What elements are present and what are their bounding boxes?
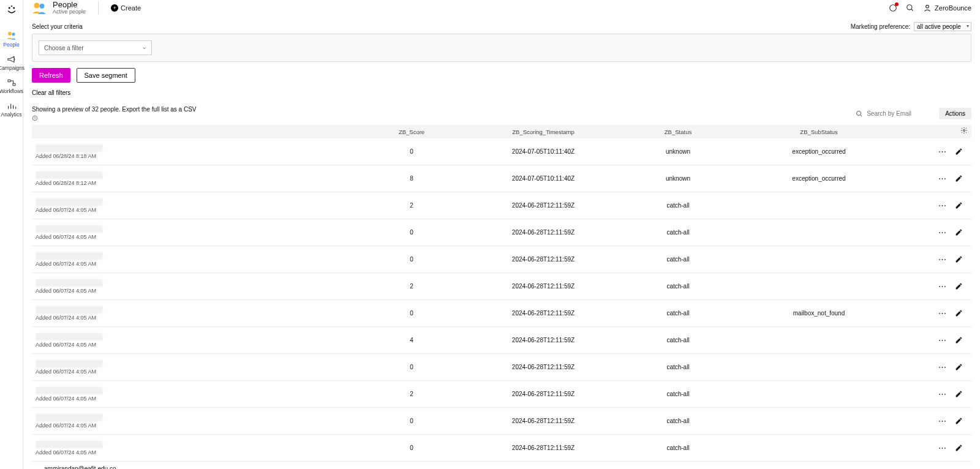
refresh-button[interactable]: Refresh	[32, 68, 70, 83]
table-row[interactable]: Added 06/07/24 4:05 AM 0 2024-06-28T12:1…	[32, 408, 971, 435]
cell-score: 0	[350, 310, 473, 317]
sidebar-item-analytics[interactable]: Analytics	[0, 98, 23, 121]
people-table: ZB_Score ZB_Scoring_Timestamp ZB_Status …	[32, 125, 971, 469]
table-row[interactable]: Added 06/07/24 4:05 AM 2 2024-06-28T12:1…	[32, 273, 971, 300]
added-timestamp: Added 06/28/24 8:12 AM	[36, 180, 350, 186]
cell-status: catch-all	[614, 418, 742, 424]
cell-timestamp: 2024-06-28T12:11:59Z	[473, 229, 614, 236]
edit-icon[interactable]	[955, 148, 963, 156]
edit-icon[interactable]	[955, 282, 963, 290]
notifications-icon[interactable]	[889, 4, 897, 12]
col-substatus[interactable]: ZB_SubStatus	[742, 129, 895, 135]
table-row[interactable]: Added 06/07/24 4:05 AM 0 2024-06-28T12:1…	[32, 300, 971, 327]
cell-timestamp: 2024-07-05T10:11:40Z	[473, 148, 614, 155]
more-icon[interactable]: ⋯	[938, 201, 946, 210]
clear-filters-link[interactable]: Clear all filters	[32, 89, 70, 96]
marketing-pref-select[interactable]: all active people	[914, 22, 971, 31]
account-menu[interactable]: ZeroBounce	[923, 4, 971, 12]
table-row[interactable]: Added 06/07/24 4:05 AM 2 2024-06-28T12:1…	[32, 381, 971, 408]
table-row[interactable]: Added 06/28/24 8:12 AM 8 2024-07-05T10:1…	[32, 165, 971, 192]
cell-status: catch-all	[614, 310, 742, 317]
col-timestamp[interactable]: ZB_Scoring_Timestamp	[473, 129, 614, 135]
more-icon[interactable]: ⋯	[938, 443, 946, 452]
svg-point-1	[13, 7, 15, 9]
table-row[interactable]: Added 06/07/24 4:05 AM 0 2024-06-28T12:1…	[32, 219, 971, 246]
edit-icon[interactable]	[955, 201, 963, 209]
edit-icon[interactable]	[955, 363, 963, 371]
preview-text: Showing a preview of 32 people. Export t…	[32, 106, 197, 113]
table-row[interactable]: Added 06/28/24 8:18 AM 0 2024-07-05T10:1…	[32, 138, 971, 165]
cell-timestamp: 2024-06-28T12:11:59Z	[473, 256, 614, 263]
search-icon[interactable]	[906, 4, 914, 12]
col-score[interactable]: ZB_Score	[350, 129, 473, 135]
user-icon	[923, 4, 932, 12]
added-timestamp: Added 06/07/24 4:05 AM	[36, 207, 350, 213]
added-timestamp: Added 06/07/24 4:05 AM	[36, 342, 350, 348]
table-settings-icon[interactable]	[960, 127, 968, 134]
save-segment-button[interactable]: Save segment	[77, 68, 135, 83]
filter-select[interactable]: Choose a filter	[39, 40, 152, 55]
export-csv-link[interactable]: as a CSV	[170, 106, 196, 113]
person-email-redacted	[36, 414, 103, 421]
sidebar-item-workflows[interactable]: Workflows	[0, 75, 23, 98]
added-timestamp: Added 06/07/24 4:05 AM	[36, 369, 350, 375]
added-timestamp: Added 06/07/24 4:05 AM	[36, 422, 350, 429]
create-button[interactable]: + Create	[111, 4, 141, 12]
clock-icon[interactable]	[32, 115, 197, 121]
cell-timestamp: 2024-06-28T12:11:59Z	[473, 445, 614, 451]
edit-icon[interactable]	[955, 417, 963, 425]
marketing-pref-label: Marketing preference:	[851, 23, 910, 30]
more-icon[interactable]: ⋯	[938, 416, 946, 426]
cell-timestamp: 2024-06-28T12:11:59Z	[473, 391, 614, 397]
more-icon[interactable]: ⋯	[938, 174, 946, 183]
person-email-redacted	[36, 360, 103, 367]
table-row[interactable]: Added 06/07/24 4:05 AM 0 2024-06-28T12:1…	[32, 354, 971, 381]
added-timestamp: Added 06/07/24 4:05 AM	[36, 315, 350, 321]
edit-icon[interactable]	[955, 174, 963, 182]
more-icon[interactable]: ⋯	[938, 228, 946, 237]
added-timestamp: Added 06/07/24 4:05 AM	[36, 288, 350, 294]
more-icon[interactable]: ⋯	[938, 282, 946, 291]
criteria-label: Select your criteria	[32, 23, 83, 30]
more-icon[interactable]: ⋯	[938, 255, 946, 264]
table-row[interactable]: Added 06/07/24 4:05 AM 4 2024-06-28T12:1…	[32, 327, 971, 354]
actions-button[interactable]: Actions	[939, 108, 971, 119]
edit-icon[interactable]	[955, 336, 963, 344]
more-icon[interactable]: ⋯	[938, 362, 946, 372]
table-search[interactable]	[856, 110, 934, 118]
more-icon[interactable]: ⋯	[938, 147, 946, 156]
cell-status: catch-all	[614, 364, 742, 370]
table-row[interactable]: Added 06/07/24 4:05 AM 0 2024-06-28T12:1…	[32, 435, 971, 462]
cell-score: 2	[350, 283, 473, 290]
more-icon[interactable]: ⋯	[938, 309, 946, 318]
svg-point-7	[34, 3, 40, 9]
col-status[interactable]: ZB_Status	[614, 129, 742, 135]
person-email-redacted	[36, 279, 103, 287]
megaphone-icon	[7, 55, 17, 64]
person-email-redacted	[36, 387, 103, 394]
app-logo-icon[interactable]	[6, 4, 18, 16]
cell-status: catch-all	[614, 229, 742, 236]
last-visible-email[interactable]: ammirandap@eafit.edu.co	[32, 462, 971, 469]
cell-substatus: mailbox_not_found	[742, 310, 895, 317]
search-input[interactable]	[867, 110, 934, 117]
sidebar-item-campaigns[interactable]: Campaigns	[0, 51, 23, 75]
table-row[interactable]: Added 06/07/24 4:05 AM 2 2024-06-28T12:1…	[32, 192, 971, 219]
more-icon[interactable]: ⋯	[938, 336, 946, 345]
sidebar-item-label: Workflows	[0, 88, 23, 94]
svg-point-8	[40, 4, 45, 9]
sidebar-item-label: Campaigns	[0, 65, 24, 71]
page-title: People	[53, 1, 86, 9]
edit-icon[interactable]	[955, 228, 963, 236]
edit-icon[interactable]	[955, 309, 963, 317]
svg-point-9	[890, 5, 897, 12]
edit-icon[interactable]	[955, 255, 963, 263]
more-icon[interactable]: ⋯	[938, 389, 946, 399]
cell-status: catch-all	[614, 337, 742, 343]
edit-icon[interactable]	[955, 390, 963, 398]
edit-icon[interactable]	[955, 444, 963, 452]
table-row[interactable]: Added 06/07/24 4:05 AM 0 2024-06-28T12:1…	[32, 246, 971, 273]
sidebar-item-label: People	[3, 42, 19, 48]
sidebar-item-people[interactable]: People	[0, 27, 23, 51]
person-email-redacted	[36, 198, 103, 206]
